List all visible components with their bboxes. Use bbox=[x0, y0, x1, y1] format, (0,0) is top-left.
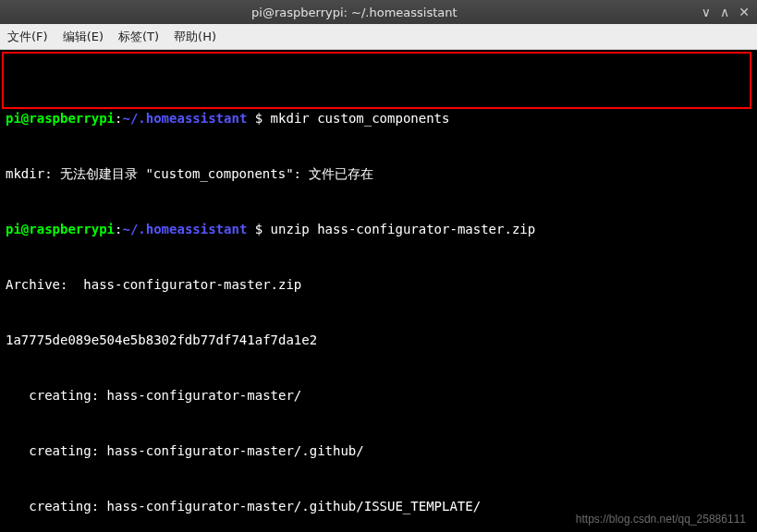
menu-file[interactable]: 文件(F) bbox=[7, 29, 48, 45]
prompt-dollar: $ bbox=[247, 222, 270, 236]
prompt-user: pi@raspberrypi bbox=[6, 111, 115, 126]
command-text: mkdir custom_components bbox=[271, 111, 450, 126]
terminal-line: Archive: hass-configurator-master.zip bbox=[6, 275, 751, 294]
prompt-user: pi@raspberrypi bbox=[6, 222, 115, 236]
terminal-line: mkdir: 无法创建目录 "custom_components": 文件已存在 bbox=[6, 164, 751, 183]
terminal[interactable]: pi@raspberrypi:~/.homeassistant $ mkdir … bbox=[0, 50, 757, 532]
close-icon[interactable]: ✕ bbox=[739, 5, 750, 19]
highlight-box bbox=[2, 52, 751, 109]
window-controls: ∨ ∧ ✕ bbox=[702, 5, 750, 19]
prompt-path: ~/.homeassistant bbox=[122, 222, 247, 236]
terminal-line: 1a7775de089e504e5b8302fdb77df741af7da1e2 bbox=[6, 331, 751, 349]
menubar: 文件(F) 编辑(E) 标签(T) 帮助(H) bbox=[0, 24, 757, 50]
terminal-line: pi@raspberrypi:~/.homeassistant $ mkdir … bbox=[6, 109, 751, 127]
command-text: unzip hass-configurator-master.zip bbox=[271, 222, 536, 236]
menu-help[interactable]: 帮助(H) bbox=[174, 29, 216, 45]
prompt-dollar: $ bbox=[247, 111, 270, 126]
maximize-icon[interactable]: ∧ bbox=[720, 5, 729, 19]
prompt-path: ~/.homeassistant bbox=[122, 111, 247, 126]
window-title: pi@raspberrypi: ~/.homeassistant bbox=[7, 6, 702, 19]
terminal-line: creating: hass-configurator-master/.gith… bbox=[6, 441, 751, 460]
terminal-line: creating: hass-configurator-master/ bbox=[6, 386, 751, 405]
window: pi@raspberrypi: ~/.homeassistant ∨ ∧ ✕ 文… bbox=[0, 0, 757, 532]
titlebar[interactable]: pi@raspberrypi: ~/.homeassistant ∨ ∧ ✕ bbox=[0, 0, 757, 24]
terminal-line: pi@raspberrypi:~/.homeassistant $ unzip … bbox=[6, 220, 751, 238]
minimize-icon[interactable]: ∨ bbox=[702, 5, 711, 19]
watermark: https://blog.csdn.net/qq_25886111 bbox=[576, 510, 746, 528]
menu-tabs[interactable]: 标签(T) bbox=[118, 29, 159, 45]
menu-edit[interactable]: 编辑(E) bbox=[63, 29, 104, 45]
